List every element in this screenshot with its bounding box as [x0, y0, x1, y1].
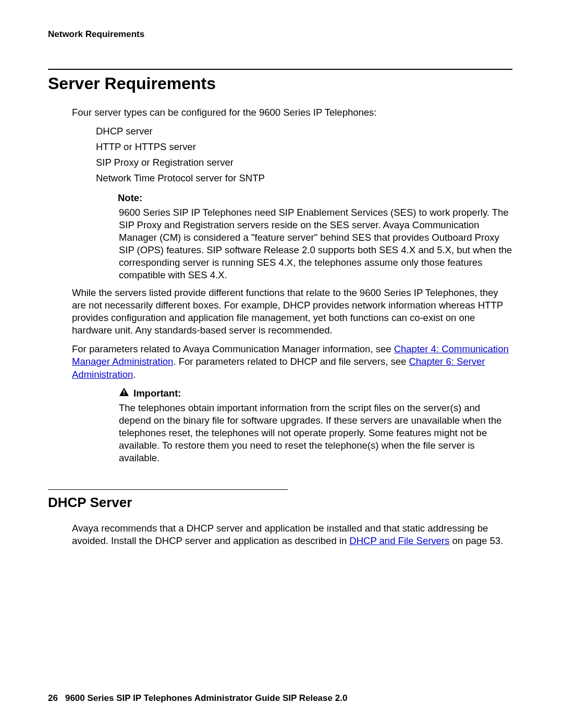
- paragraph: While the servers listed provide differe…: [72, 287, 512, 337]
- server-type-list: DHCP server HTTP or HTTPS server SIP Pro…: [96, 125, 512, 184]
- text-run: .: [133, 369, 136, 380]
- section-rule: [48, 69, 512, 70]
- page-footer: 269600 Series SIP IP Telephones Administ…: [48, 693, 347, 704]
- important-block: Important: The telephones obtain importa…: [119, 387, 512, 464]
- list-item: SIP Proxy or Registration server: [96, 156, 512, 169]
- text-run: For parameters related to Avaya Communic…: [72, 343, 394, 354]
- page: Network Requirements Server Requirements…: [0, 0, 563, 728]
- important-label: Important:: [133, 387, 181, 400]
- list-item: HTTP or HTTPS server: [96, 141, 512, 153]
- svg-rect-1: [124, 390, 125, 393]
- footer-title: 9600 Series SIP IP Telephones Administra…: [65, 693, 347, 703]
- important-heading: Important:: [119, 387, 512, 400]
- heading-server-requirements: Server Requirements: [48, 73, 512, 95]
- text-run: on page 53.: [449, 535, 503, 546]
- note-block: Note: 9600 Series SIP IP Telephones need…: [119, 192, 512, 281]
- warning-icon: [119, 387, 129, 400]
- note-label: Note:: [118, 192, 512, 204]
- intro-paragraph: Four server types can be configured for …: [72, 106, 512, 119]
- svg-rect-2: [124, 393, 125, 394]
- dhcp-body: Avaya recommends that a DHCP server and …: [72, 522, 512, 547]
- text-run: . For parameters related to DHCP and fil…: [173, 356, 409, 367]
- subsection-rule: [48, 489, 288, 490]
- running-header: Network Requirements: [48, 29, 512, 40]
- important-body: The telephones obtain important informat…: [119, 402, 512, 464]
- list-item: Network Time Protocol server for SNTP: [96, 172, 512, 184]
- link-dhcp-file-servers[interactable]: DHCP and File Servers: [349, 535, 449, 546]
- paragraph-with-links: For parameters related to Avaya Communic…: [72, 343, 512, 380]
- page-number: 26: [48, 693, 58, 703]
- body-content: Four server types can be configured for …: [72, 106, 512, 464]
- note-body: 9600 Series SIP IP Telephones need SIP E…: [119, 206, 512, 281]
- list-item: DHCP server: [96, 125, 512, 138]
- heading-dhcp-server: DHCP Server: [48, 494, 512, 512]
- dhcp-paragraph: Avaya recommends that a DHCP server and …: [72, 522, 512, 547]
